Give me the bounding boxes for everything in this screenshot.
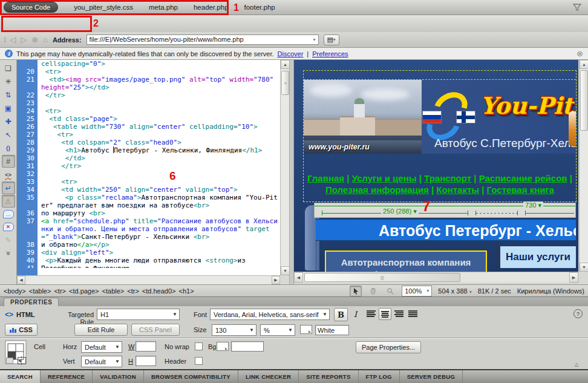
scroll-right-icon[interactable]: ▶	[272, 276, 280, 284]
remove-comment-icon[interactable]: ✕	[3, 223, 14, 231]
tag-selector-item[interactable]: <h1>	[179, 287, 194, 295]
results-tab[interactable]: SERVER DEBUG	[400, 370, 463, 383]
split-cell-icon[interactable]	[17, 356, 27, 365]
code-line[interactable]: 39<div align="left">	[17, 249, 280, 257]
home-icon[interactable]: ⌂	[43, 35, 48, 44]
window-size-select[interactable]: 504 x 388 ▾	[438, 287, 471, 295]
related-file-tab[interactable]: header.php	[194, 4, 229, 11]
bold-button[interactable]: B	[334, 308, 348, 321]
tag-selector-item[interactable]: <body>	[4, 287, 26, 295]
code-navigator-icon[interactable]: ✳	[2, 75, 15, 88]
apply-comment-icon[interactable]: …	[3, 210, 14, 218]
column-width-menu[interactable]: 250 (288) ▾	[381, 208, 419, 215]
nav-link[interactable]: Расписание рейсов	[479, 173, 567, 183]
results-tab[interactable]: FTP LOG	[359, 370, 400, 383]
zoom-level-select[interactable]: 100%▾	[402, 286, 432, 296]
html-mode-icon[interactable]: <>	[5, 310, 13, 319]
code-line[interactable]: 22 </tr>	[17, 91, 280, 99]
preferences-link[interactable]: Preferences	[312, 50, 348, 57]
code-line[interactable]: 26 <table width="730" align="center" cel…	[17, 123, 280, 131]
code-line[interactable]: 38и обратно</a></p>	[17, 241, 280, 249]
header-checkbox[interactable]	[195, 357, 203, 365]
size-unit-select[interactable]: %▼	[260, 324, 295, 336]
filter-icon[interactable]	[572, 2, 582, 12]
code-line[interactable]: cellspacing="0">	[17, 60, 280, 68]
expand-all-icon[interactable]: ✚	[2, 115, 15, 128]
code-line[interactable]: 36по маршруту <br>	[17, 209, 280, 217]
results-tab[interactable]: REFERENCE	[41, 370, 93, 383]
help-icon[interactable]: ?	[573, 309, 583, 318]
bg-color-input[interactable]	[231, 341, 264, 352]
results-tab[interactable]: VALIDATION	[93, 370, 144, 383]
code-line[interactable]: 32	[17, 170, 280, 178]
scroll-down-icon[interactable]: ▼	[281, 266, 290, 275]
view-options-button[interactable]: ▤▾	[324, 34, 339, 45]
word-wrap-icon[interactable]: ↵	[2, 182, 15, 194]
source-code-tab[interactable]: Source Code	[4, 2, 58, 13]
hand-tool-icon[interactable]	[368, 286, 379, 296]
code-line[interactable]: 21 <td><img src="images/page_top.png" al…	[17, 76, 280, 91]
line-numbers-icon[interactable]: #	[2, 155, 15, 168]
italic-button[interactable]: I	[349, 308, 362, 320]
css-mode-button[interactable]: CSS	[5, 324, 38, 336]
results-tab[interactable]: SITE REPORTS	[299, 370, 358, 383]
highlight-invalid-code-icon[interactable]: <>	[2, 168, 15, 181]
nav-link[interactable]: Главная	[307, 173, 344, 183]
page-properties-button[interactable]: Page Properties...	[356, 341, 421, 353]
horz-select[interactable]: Default▼	[81, 341, 122, 353]
code-line[interactable]: 37<a href="schedule.php" title="Расписан…	[17, 217, 280, 241]
code-line[interactable]: 40 <p>Каждый день многие люди отправляют…	[17, 257, 280, 264]
forward-icon[interactable]: ▷	[21, 35, 27, 44]
code-line[interactable]: 30 </td>	[17, 154, 280, 162]
edit-rule-button[interactable]: Edit Rule	[74, 324, 128, 336]
design-vscroll-thumb[interactable]	[580, 70, 588, 131]
related-file-tab[interactable]: you_piter_style.css	[74, 4, 133, 11]
code-editor[interactable]: cellspacing="0">20 <tr>21 <td><img src="…	[17, 60, 280, 275]
nav-link[interactable]: Услуги и цены	[352, 173, 417, 183]
stop-icon[interactable]: ⊗	[31, 35, 38, 44]
code-horizontal-scrollbar[interactable]: ◀ ▶	[17, 275, 280, 284]
code-view[interactable]: cellspacing="0">20 <tr>21 <td><img src="…	[17, 60, 289, 284]
zoom-tool-icon[interactable]	[385, 286, 396, 296]
design-view[interactable]: www.you-piter.ru You-Piter Автобус С.Пет…	[294, 60, 588, 284]
tag-selector-item[interactable]: <table>	[29, 287, 51, 295]
code-line[interactable]: 29 <h1>Автобус Петербург - Хельсинки, Фи…	[17, 146, 280, 154]
table-empty-row[interactable]	[304, 71, 576, 80]
table-width-menu[interactable]: 730 ▾	[523, 201, 543, 209]
code-line[interactable]: 23	[17, 99, 280, 107]
code-line[interactable]: 28 <td colspan="2" class="head0">	[17, 139, 280, 146]
layout-table-outline[interactable]: www.you-piter.ru You-Piter Автобус С.Пет…	[303, 70, 577, 202]
code-line[interactable]: 35 <p class="reclama">Автотранспортная к…	[17, 194, 280, 209]
align-left-button[interactable]	[365, 308, 377, 320]
page-heading-h1[interactable]: Автобус Петербург - Хельсин	[316, 219, 576, 241]
address-dropdown-icon[interactable]: ▾	[313, 34, 316, 45]
design-scroll-right-icon[interactable]: ▶	[569, 272, 578, 283]
scroll-up-icon[interactable]: ▲	[281, 60, 290, 69]
code-line[interactable]: 34 <td width="250" align="center" valign…	[17, 186, 280, 194]
code-vscroll-thumb[interactable]: ≡	[281, 71, 289, 95]
tag-selector-item[interactable]: <td.head0>	[142, 287, 176, 295]
close-infobar-icon[interactable]: ⊗	[577, 49, 583, 58]
code-line[interactable]: 41Петербурга в Финляндию	[17, 264, 280, 268]
design-scroll-left-icon[interactable]: ◀	[294, 272, 303, 283]
collapse-selection-icon[interactable]: ▣	[2, 102, 15, 114]
more-icon[interactable]: »	[2, 247, 15, 260]
select-parent-tag-icon[interactable]: ↖	[2, 128, 15, 141]
back-icon[interactable]: ◁	[10, 35, 16, 44]
related-file-tab[interactable]: footer.php	[244, 4, 275, 11]
related-file-tab[interactable]: meta.php	[149, 4, 178, 11]
scroll-left-icon[interactable]: ◀	[17, 276, 25, 284]
code-line[interactable]: 27 <tr>	[17, 131, 280, 139]
align-center-button[interactable]	[379, 308, 391, 320]
site-header-image[interactable]: www.you-piter.ru You-Piter Автобус С.Пет…	[304, 80, 576, 154]
bg-color-swatch[interactable]	[217, 342, 229, 351]
merge-cells-icon[interactable]	[5, 356, 15, 365]
text-color-swatch[interactable]	[300, 325, 312, 334]
design-horizontal-scrollbar[interactable]: ◀ ||| ▶	[294, 272, 578, 283]
code-line[interactable]: 33 <tr>	[17, 178, 280, 186]
open-documents-icon[interactable]: ❏	[2, 62, 15, 74]
services-heading[interactable]: Наши услуги	[500, 246, 576, 268]
code-line[interactable]: 31 </tr>	[17, 162, 280, 170]
cell-height-input[interactable]	[136, 356, 156, 366]
address-input[interactable]: file:///E|/WebServers/home/you-piter/www…	[87, 34, 319, 45]
